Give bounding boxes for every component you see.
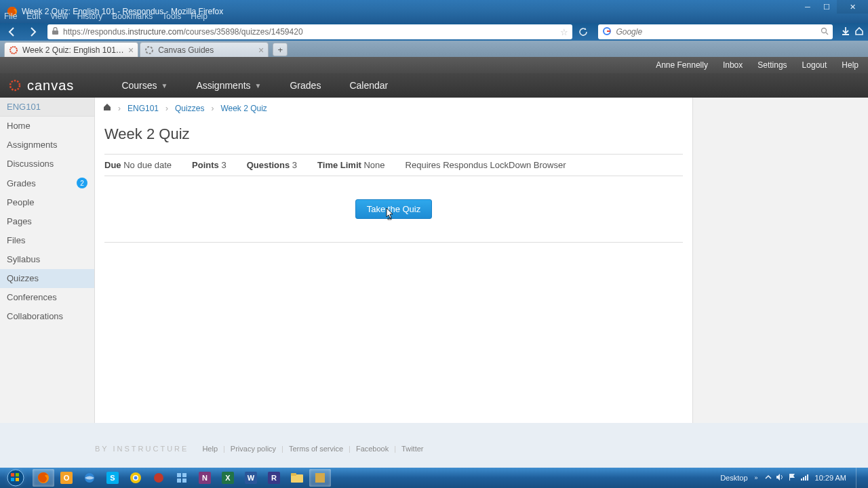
forward-button[interactable] <box>24 24 41 39</box>
taskbar-onenote[interactable]: N <box>194 469 216 487</box>
search-icon[interactable] <box>821 27 829 37</box>
taskbar-app-red[interactable] <box>148 469 170 487</box>
menu-edit[interactable]: Edit <box>26 12 41 23</box>
downloads-icon[interactable] <box>841 26 850 38</box>
taskbar-word[interactable]: W <box>240 469 262 487</box>
sidebar-item-discussions[interactable]: Discussions <box>0 155 94 174</box>
cursor-icon <box>384 207 395 223</box>
logout-link[interactable]: Logout <box>802 60 827 70</box>
sidebar-item-grades[interactable]: Grades2 <box>0 174 94 193</box>
taskbar-ie[interactable] <box>79 469 100 487</box>
chevron-down-icon: ▼ <box>255 82 262 89</box>
svg-rect-11 <box>11 473 14 476</box>
menu-tools[interactable]: Tools <box>162 12 181 23</box>
menu-bookmarks[interactable]: Bookmarks <box>112 12 153 23</box>
canvas-logo[interactable]: canvas <box>8 78 74 94</box>
inbox-link[interactable]: Inbox <box>723 60 743 70</box>
footer-terms[interactable]: Terms of service <box>289 445 343 453</box>
home-icon[interactable] <box>854 26 864 38</box>
tab-active[interactable]: Week 2 Quiz: English 101 - Respondus × <box>4 42 138 57</box>
canvas-app: Anne Fennelly Inbox Settings Logout Help… <box>0 57 868 453</box>
show-desktop-button[interactable] <box>856 468 863 488</box>
clock[interactable]: 10:29 AM <box>815 474 846 482</box>
search-input[interactable] <box>616 27 816 37</box>
sidebar-item-people[interactable]: People <box>0 193 94 212</box>
breadcrumb-quizzes[interactable]: Quizzes <box>175 104 204 113</box>
chevron-up-icon[interactable]: » <box>755 474 758 481</box>
start-button[interactable] <box>1 468 30 488</box>
tab-inactive[interactable]: Canvas Guides × <box>140 42 269 57</box>
taskbar-skype[interactable]: S <box>102 469 123 487</box>
footer-help[interactable]: Help <box>202 445 218 453</box>
taskbar-explorer[interactable] <box>286 469 308 487</box>
timelimit-label: Time Limit <box>317 160 361 170</box>
taskbar-excel[interactable]: X <box>217 469 239 487</box>
taskbar-app-tiles[interactable] <box>171 469 193 487</box>
window-menubar: File Edit View History Bookmarks Tools H… <box>0 12 868 23</box>
google-icon <box>602 26 612 38</box>
taskbar-app-active[interactable] <box>309 469 331 487</box>
sidebar-item-collaborations[interactable]: Collaborations <box>0 307 94 326</box>
menu-view[interactable]: View <box>50 12 68 23</box>
help-link[interactable]: Help <box>842 60 859 70</box>
sidebar-item-home[interactable]: Home <box>0 117 94 136</box>
taskbar-chrome[interactable] <box>125 469 146 487</box>
new-tab-button[interactable]: + <box>273 43 288 56</box>
close-icon[interactable]: × <box>258 45 264 56</box>
close-button[interactable]: ✕ <box>837 0 868 14</box>
home-icon[interactable] <box>103 103 111 113</box>
flag-icon[interactable] <box>788 473 796 483</box>
footer-privacy[interactable]: Privacy policy <box>231 445 276 453</box>
menu-history[interactable]: History <box>77 12 102 23</box>
chevron-right-icon: › <box>165 104 168 113</box>
chevron-right-icon: › <box>118 104 121 113</box>
sidebar-item-syllabus[interactable]: Syllabus <box>0 250 94 269</box>
settings-link[interactable]: Settings <box>757 60 787 70</box>
sidebar-item-assignments[interactable]: Assignments <box>0 136 94 155</box>
url-bar[interactable]: https://respondus.instructure.com/course… <box>47 24 572 39</box>
footer-facebook[interactable]: Facebook <box>356 445 389 453</box>
svg-rect-5 <box>842 34 849 35</box>
close-icon[interactable]: × <box>128 45 134 56</box>
sidebar-item-pages[interactable]: Pages <box>0 212 94 231</box>
taskbar-outlook[interactable]: O <box>56 469 77 487</box>
windows-taskbar: O S N X W R Desktop » 10:29 AM <box>0 468 868 488</box>
user-name-link[interactable]: Anne Fennelly <box>656 60 708 70</box>
taskbar-firefox[interactable] <box>33 469 54 487</box>
svg-rect-22 <box>182 473 186 477</box>
nav-calendar[interactable]: Calendar <box>349 80 388 91</box>
nav-courses[interactable]: Courses▼ <box>121 80 167 91</box>
sidebar-item-quizzes[interactable]: Quizzes <box>0 269 94 288</box>
system-tray: Desktop » 10:29 AM <box>720 468 867 488</box>
bookmark-star-icon[interactable]: ☆ <box>560 27 568 37</box>
nav-assignments[interactable]: Assignments▼ <box>196 80 261 91</box>
svg-rect-21 <box>177 473 181 477</box>
network-icon[interactable] <box>800 473 808 483</box>
reload-button[interactable] <box>576 24 590 39</box>
minimize-button[interactable]: ─ <box>799 0 816 14</box>
svg-point-19 <box>134 476 138 480</box>
tray-show-hidden-icon[interactable] <box>765 474 772 482</box>
points-label: Points <box>192 160 219 170</box>
svg-rect-26 <box>291 473 296 476</box>
breadcrumb-course[interactable]: ENG101 <box>127 104 159 113</box>
menu-file[interactable]: File <box>4 12 17 23</box>
footer-twitter[interactable]: Twitter <box>401 445 423 453</box>
sidebar-item-conferences[interactable]: Conferences <box>0 288 94 307</box>
back-button[interactable] <box>4 24 20 39</box>
svg-rect-29 <box>801 479 802 481</box>
nav-grades[interactable]: Grades <box>290 80 321 91</box>
timelimit-value: None <box>363 160 384 170</box>
desktop-toolbar[interactable]: Desktop <box>720 474 747 482</box>
svg-point-20 <box>154 473 163 483</box>
volume-icon[interactable] <box>776 473 784 483</box>
tab-label: Week 2 Quiz: English 101 - Respondus <box>22 45 124 55</box>
sidebar-item-files[interactable]: Files <box>0 231 94 250</box>
svg-rect-24 <box>182 479 186 483</box>
menu-help[interactable]: Help <box>191 12 208 23</box>
search-bar[interactable] <box>598 24 833 39</box>
svg-rect-30 <box>803 477 804 481</box>
taskbar-respondus[interactable]: R <box>263 469 285 487</box>
maximize-button[interactable]: ☐ <box>818 0 835 14</box>
course-code[interactable]: ENG101 <box>0 98 94 117</box>
